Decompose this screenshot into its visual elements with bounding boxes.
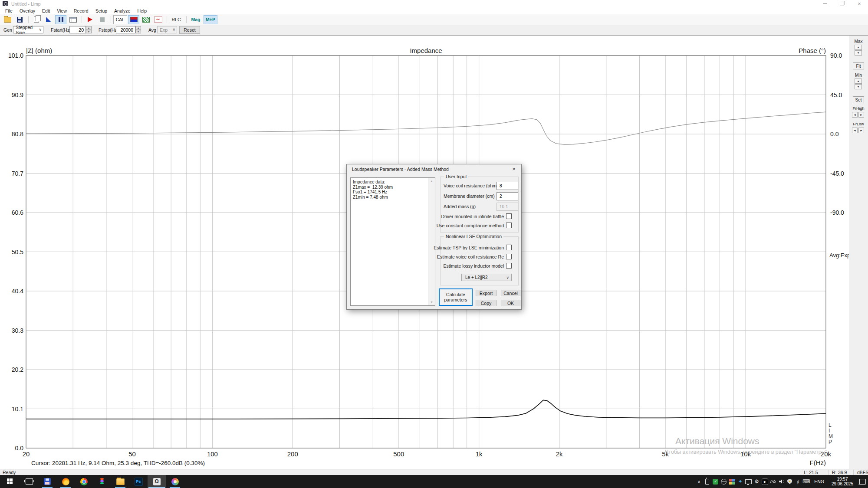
scroll-up-icon[interactable]: ▲ (428, 178, 435, 184)
user-input-label: User Input (444, 174, 468, 179)
floppy-app-icon (44, 478, 51, 485)
min-down-button[interactable]: ▼ (855, 84, 862, 89)
menu-record[interactable]: Record (70, 8, 92, 14)
ok-button[interactable]: OK (501, 300, 520, 306)
pen-clip-icon[interactable]: ∮ (794, 475, 802, 488)
spin-up-icon[interactable]: ▲ (135, 26, 141, 30)
data-table-button[interactable] (67, 15, 79, 24)
globe-icon[interactable] (720, 475, 728, 488)
rlc-button[interactable]: RLC (169, 15, 183, 24)
max-up-button[interactable]: ▲ (855, 45, 862, 50)
fstop-spinner[interactable]: ▲▼ (135, 26, 141, 33)
svg-text:|Z| (ohm): |Z| (ohm) (26, 47, 52, 54)
dialog-title-bar[interactable]: Loudspeaker Parameters - Added Mass Meth… (347, 164, 521, 174)
scroll-down-icon[interactable]: ▼ (428, 299, 435, 305)
start-measure-button[interactable] (84, 15, 95, 24)
window-title: Untitled - Limp (11, 1, 41, 7)
figma-taskbar-button[interactable] (93, 475, 111, 488)
taskbar-clock[interactable]: 19:5729.06.2025 (828, 477, 857, 486)
estimate-re-checkbox[interactable] (506, 254, 512, 259)
frhigh-left-button[interactable]: ◄ (852, 112, 858, 118)
frhigh-label: FrHigh (849, 106, 868, 111)
calculate-parameters-button[interactable]: Calculate parameters (439, 288, 473, 306)
constant-compliance-row: Use constant compliance method (437, 223, 512, 228)
language-indicator[interactable]: ENG (810, 479, 828, 484)
task-view-taskbar-button[interactable] (20, 475, 38, 488)
membrane-diameter-input[interactable] (496, 192, 518, 200)
frequency-range-button[interactable] (128, 15, 139, 24)
listbox-scrollbar[interactable]: ▲ ▼ (428, 178, 435, 305)
constant-compliance-checkbox[interactable] (506, 223, 512, 228)
estimate-inductor-checkbox[interactable] (506, 263, 512, 269)
floppy-app-taskbar-button[interactable] (38, 475, 56, 488)
estimate-tsp-checkbox[interactable] (506, 245, 512, 250)
defender-shield-icon[interactable] (786, 475, 794, 488)
pen-edit-button[interactable] (43, 15, 54, 24)
limp-omega-taskbar-button[interactable]: Ω (148, 475, 166, 488)
calibrate-button[interactable]: CAL (113, 15, 127, 24)
chrome-taskbar-button[interactable] (75, 475, 93, 488)
media-play-icon[interactable]: ▶ (761, 475, 769, 488)
menu-view[interactable]: View (53, 8, 70, 14)
firefox-taskbar-button[interactable] (56, 475, 75, 488)
start-button[interactable] (1, 475, 19, 488)
antivirus-icon[interactable]: ✓ (711, 475, 720, 488)
cancel-button[interactable]: Cancel (501, 290, 520, 296)
menu-analyze[interactable]: Analyze (111, 8, 134, 14)
voice-coil-resistance-input[interactable] (496, 182, 518, 190)
impedance-data-listbox[interactable]: Impedance data: Z1max = 12.39 ohm Fso1 =… (350, 177, 435, 306)
export-button[interactable]: Export (476, 290, 496, 296)
menu-edit[interactable]: Edit (39, 8, 53, 14)
minimize-button[interactable] (816, 0, 833, 7)
stop-measure-button[interactable] (96, 15, 108, 24)
inductor-model-select[interactable]: Le + L2||R2 ∨ (461, 274, 512, 281)
restore-button[interactable] (833, 0, 851, 7)
menu-help[interactable]: Help (134, 8, 150, 14)
menu-setup[interactable]: Setup (92, 8, 111, 14)
min-up-button[interactable]: ▲ (855, 79, 862, 84)
usb-icon[interactable] (703, 475, 711, 488)
svg-text:Чтобы активировать Windows, пе: Чтобы активировать Windows, перейдите в … (665, 449, 829, 455)
copy-button[interactable]: Copy (476, 300, 496, 306)
reset-button[interactable]: Reset (179, 26, 200, 34)
save-file-button[interactable] (14, 15, 25, 24)
infinite-baffle-checkbox[interactable] (506, 213, 512, 219)
menu-file[interactable]: File (2, 8, 16, 14)
fstart-input[interactable] (69, 26, 86, 33)
frlow-left-button[interactable]: ◄ (852, 128, 858, 133)
close-button[interactable]: × (851, 0, 868, 7)
photoshop-taskbar-button[interactable]: Ps (129, 475, 148, 488)
spin-up-icon[interactable]: ▲ (86, 26, 92, 30)
copy-overlay-button[interactable] (31, 15, 42, 24)
pinwheel-icon[interactable]: ✦ (736, 475, 744, 488)
file-explorer-taskbar-button[interactable] (111, 475, 129, 488)
spin-down-icon[interactable]: ▼ (86, 30, 92, 34)
monitor-icon[interactable] (744, 475, 753, 488)
pause-button[interactable] (55, 15, 66, 24)
set-button[interactable]: Set (853, 96, 864, 103)
paint-palette-taskbar-button[interactable] (166, 475, 184, 488)
fstart-spinner[interactable]: ▲▼ (86, 26, 92, 33)
dialog-close-button[interactable]: × (510, 166, 518, 173)
magnitude-phase-view-button[interactable]: M+P (204, 15, 217, 24)
color-app-icon[interactable] (728, 475, 736, 488)
fstop-input[interactable] (116, 26, 135, 33)
menu-overlay[interactable]: Overlay (16, 8, 39, 14)
volume-icon[interactable] (777, 475, 786, 488)
settings-gear-icon[interactable]: ⚙ (753, 475, 761, 488)
hidden-icons-chevron[interactable]: ∧ (695, 475, 703, 488)
shaded-area-button[interactable] (140, 15, 151, 24)
frhigh-right-button[interactable]: ► (858, 112, 864, 118)
svg-text:Активация Windows: Активация Windows (675, 436, 760, 446)
signal-generator-button[interactable]: ∼ (152, 15, 164, 24)
wifi-icon[interactable] (769, 475, 777, 488)
notification-center-button[interactable] (857, 475, 868, 488)
magnitude-view-button[interactable]: Mag (189, 15, 203, 24)
max-down-button[interactable]: ▼ (855, 50, 862, 56)
generator-type-select[interactable]: Stepped Sine∨ (13, 26, 43, 33)
spin-down-icon[interactable]: ▼ (135, 30, 141, 34)
keyboard-icon[interactable]: ⌨ (802, 475, 810, 488)
open-file-button[interactable] (2, 15, 13, 24)
frlow-right-button[interactable]: ► (858, 128, 864, 133)
fit-button[interactable]: Fit (853, 62, 864, 69)
